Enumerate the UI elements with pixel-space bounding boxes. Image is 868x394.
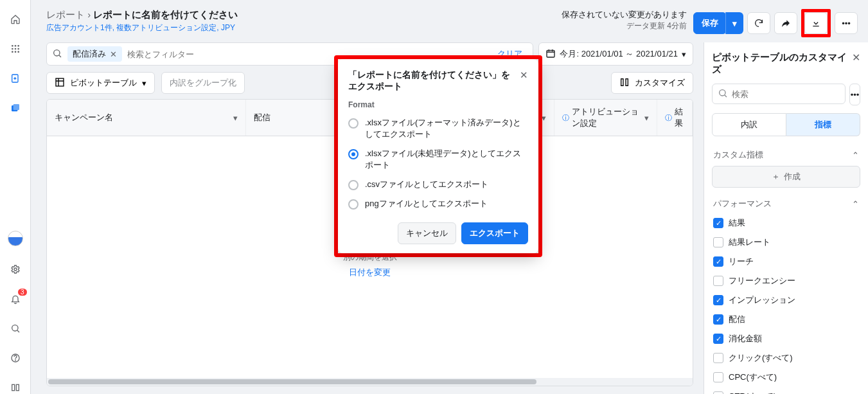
apps-icon[interactable] bbox=[9, 42, 22, 55]
metric-item[interactable]: フリークエンシー bbox=[712, 273, 860, 289]
checkbox[interactable] bbox=[713, 334, 723, 344]
radio[interactable] bbox=[348, 149, 359, 159]
col-sort-icon[interactable]: ▾ bbox=[233, 113, 238, 123]
save-menu-button[interactable]: ▾ bbox=[725, 12, 743, 34]
svg-point-23 bbox=[720, 89, 725, 95]
horizontal-scrollbar[interactable] bbox=[47, 378, 693, 386]
create-metric-button[interactable]: ＋作成 bbox=[712, 166, 860, 188]
metrics-search-input[interactable] bbox=[732, 89, 840, 99]
collapse-icon[interactable] bbox=[9, 381, 22, 394]
checkbox[interactable] bbox=[713, 314, 723, 325]
checkbox[interactable] bbox=[713, 276, 723, 286]
section-custom-metrics[interactable]: カスタム指標⌃ bbox=[712, 144, 860, 166]
search-icon bbox=[718, 88, 728, 100]
modal-title: 「レポートに名前を付けてください」をエクスポート bbox=[348, 69, 515, 93]
search-rail-icon[interactable] bbox=[9, 322, 22, 335]
account-avatar-icon[interactable] bbox=[8, 231, 23, 246]
tab-breakdown[interactable]: 内訳 bbox=[712, 113, 786, 136]
export-modal-highlight: 「レポートに名前を付けてください」をエクスポート ✕ Format .xlsxフ… bbox=[334, 55, 542, 257]
help-icon[interactable] bbox=[9, 352, 22, 364]
metric-item[interactable]: 消化金額 bbox=[712, 330, 860, 347]
panel-tabs: 内訳 指標 bbox=[712, 113, 860, 136]
breadcrumb-root[interactable]: レポート bbox=[46, 9, 85, 20]
customize-button[interactable]: カスタマイズ bbox=[611, 72, 693, 94]
svg-point-13 bbox=[12, 325, 17, 331]
chevron-down-icon: ▾ bbox=[142, 78, 146, 88]
checkbox[interactable] bbox=[713, 237, 723, 247]
format-option[interactable]: .csvファイルとしてエクスポート bbox=[348, 175, 528, 194]
save-button[interactable]: 保存 bbox=[693, 12, 727, 34]
info-icon[interactable]: ⓘ bbox=[562, 113, 569, 123]
radio[interactable] bbox=[348, 199, 359, 210]
close-panel-icon[interactable]: ✕ bbox=[852, 51, 860, 64]
panel-more-button[interactable]: ••• bbox=[849, 84, 860, 105]
metric-item[interactable]: CPC(すべて) bbox=[712, 369, 860, 386]
export-button[interactable]: エクスポート bbox=[461, 222, 528, 244]
group-breakdown-button[interactable]: 内訳をグループ化 bbox=[161, 72, 245, 94]
section-performance[interactable]: パフォーマンス⌃ bbox=[712, 193, 860, 215]
metric-label: CTR(すべて) bbox=[729, 391, 776, 394]
modal-close-icon[interactable]: ✕ bbox=[520, 69, 528, 81]
metric-item[interactable]: 配信 bbox=[712, 311, 860, 328]
radio[interactable] bbox=[348, 180, 359, 190]
format-options: .xlsxファイル(フォーマット済みデータ)としてエクスポート.xlsxファイル… bbox=[348, 113, 528, 213]
format-option[interactable]: .xlsxファイル(フォーマット済みデータ)としてエクスポート bbox=[348, 113, 528, 144]
filter-chip[interactable]: 配信済み✕ bbox=[67, 46, 122, 62]
format-option-label: .csvファイルとしてエクスポート bbox=[365, 179, 488, 190]
checkbox[interactable] bbox=[713, 295, 723, 305]
chip-remove-icon[interactable]: ✕ bbox=[110, 49, 117, 59]
col-sort-icon[interactable]: ▾ bbox=[542, 113, 546, 123]
col-result[interactable]: ⓘ結果 bbox=[657, 100, 693, 136]
metric-item[interactable]: インプレッション bbox=[712, 292, 860, 309]
calendar-icon bbox=[545, 48, 556, 60]
chevron-up-icon: ⌃ bbox=[852, 199, 859, 209]
format-option[interactable]: .xlsxファイル(未処理データ)としてエクスポート bbox=[348, 144, 528, 175]
metrics-search[interactable] bbox=[712, 84, 846, 104]
download-button[interactable] bbox=[804, 12, 828, 34]
metric-item[interactable]: CTR(すべて) bbox=[712, 388, 860, 394]
format-option-label: .xlsxファイル(未処理データ)としてエクスポート bbox=[365, 148, 528, 171]
checkbox[interactable] bbox=[713, 372, 723, 382]
tab-metrics[interactable]: 指標 bbox=[786, 113, 860, 136]
pivot-icon bbox=[55, 77, 65, 89]
cancel-button[interactable]: キャンセル bbox=[398, 222, 456, 244]
top-bar: レポート › レポートに名前を付けてください 広告アカウント1件, 複数アトリビ… bbox=[31, 0, 868, 42]
checkbox[interactable] bbox=[713, 391, 723, 394]
radio[interactable] bbox=[348, 118, 359, 129]
format-option-label: .xlsxファイル(フォーマット済みデータ)としてエクスポート bbox=[365, 117, 528, 140]
share-button[interactable] bbox=[774, 12, 797, 34]
account-subinfo[interactable]: 広告アカウント1件, 複数アトリビューション設定, JPY bbox=[46, 22, 562, 33]
checkbox[interactable] bbox=[713, 218, 723, 228]
reports-icon[interactable] bbox=[9, 102, 22, 114]
export-modal: 「レポートに名前を付けてください」をエクスポート ✕ Format .xlsxフ… bbox=[338, 59, 538, 253]
settings-icon[interactable] bbox=[9, 263, 22, 276]
pivot-table-button[interactable]: ピボットテーブル ▾ bbox=[46, 72, 155, 94]
refresh-button[interactable] bbox=[747, 12, 770, 34]
metric-item[interactable]: 結果 bbox=[712, 215, 860, 231]
metric-label: インプレッション bbox=[729, 294, 795, 306]
col-campaign[interactable]: キャンペーン名▾ bbox=[47, 100, 246, 136]
svg-rect-19 bbox=[547, 50, 554, 57]
info-icon[interactable]: ⓘ bbox=[665, 113, 672, 123]
svg-point-12 bbox=[14, 268, 17, 271]
save-status: 保存されていない変更があります データ更新 4分前 bbox=[562, 9, 687, 31]
metric-item[interactable]: リーチ bbox=[712, 253, 860, 270]
col-attribution[interactable]: ⓘアトリビューション設定▾ bbox=[554, 100, 657, 136]
notifications-icon[interactable]: 3 bbox=[9, 292, 22, 305]
checkbox[interactable] bbox=[713, 353, 723, 363]
format-option[interactable]: pngファイルとしてエクスポート bbox=[348, 194, 528, 213]
change-date-link[interactable]: 日付を変更 bbox=[349, 267, 391, 278]
metric-item[interactable]: 結果レート bbox=[712, 234, 860, 251]
home-icon[interactable] bbox=[9, 13, 22, 26]
more-button[interactable]: ••• bbox=[835, 12, 858, 34]
date-range-picker[interactable]: 今月: 2021/01/01 ～ 2021/01/21 ▾ bbox=[538, 42, 693, 66]
metric-label: リーチ bbox=[729, 256, 754, 267]
panel-title: ピボットテーブルのカスタマイズ bbox=[712, 51, 860, 76]
left-rail: 3 bbox=[0, 0, 31, 394]
chevron-down-icon: ▾ bbox=[682, 49, 686, 59]
svg-rect-20 bbox=[56, 78, 64, 86]
metric-item[interactable]: クリック(すべて) bbox=[712, 350, 860, 366]
add-report-icon[interactable] bbox=[9, 72, 22, 85]
col-sort-icon[interactable]: ▾ bbox=[644, 113, 649, 123]
checkbox[interactable] bbox=[713, 256, 723, 267]
